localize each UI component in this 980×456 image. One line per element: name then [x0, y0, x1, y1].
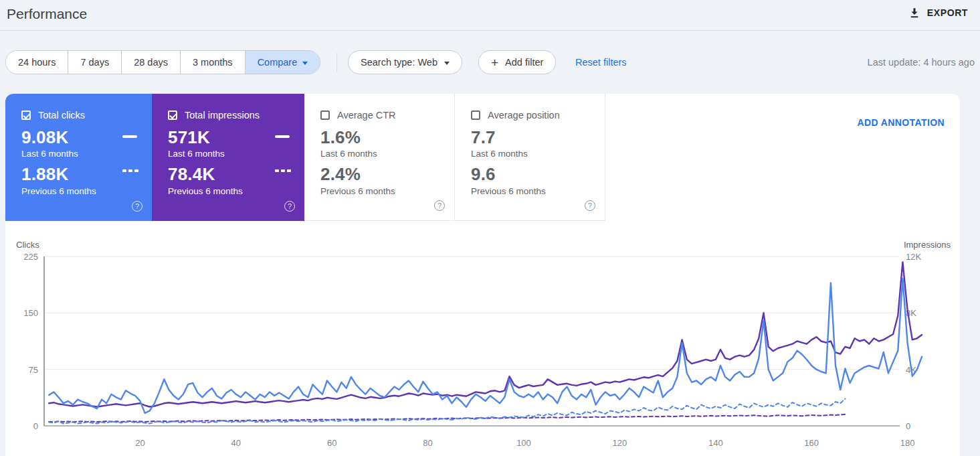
average-ctr-card[interactable]: Average CTR 1.6% Last 6 months 2.4% Prev… [304, 94, 455, 221]
performance-chart[interactable]: 00754K1508K22512K20406080100120140160180… [0, 234, 980, 456]
right-axis-title: Impressions [904, 240, 951, 250]
help-icon[interactable]: ? [585, 200, 595, 211]
x-axis-tick: 40 [231, 438, 241, 448]
checkbox-unchecked-icon[interactable] [471, 110, 480, 120]
solid-line-legend-icon [122, 135, 137, 138]
x-axis-tick: 60 [327, 438, 336, 448]
x-axis-tick: 140 [708, 438, 723, 448]
metric-period-previous: Previous 6 months [471, 186, 594, 196]
metric-label: Total impressions [185, 110, 260, 121]
metric-value-current: 571K [168, 129, 294, 147]
help-icon[interactable]: ? [434, 200, 445, 211]
date-range-segmented-control: 24 hours 7 days 28 days 3 months Compare [5, 50, 320, 74]
left-axis-title: Clicks [16, 240, 39, 250]
chevron-down-icon [444, 62, 450, 65]
chevron-down-icon [302, 62, 308, 65]
total-impressions-card[interactable]: Total impressions 571K Last 6 months 78.… [152, 94, 304, 221]
export-label: EXPORT [927, 7, 968, 18]
metric-period-current: Last 6 months [21, 149, 141, 159]
x-axis-tick: 100 [516, 438, 531, 448]
dashed-line-legend-icon [275, 169, 291, 172]
x-axis-tick: 20 [135, 438, 144, 448]
add-annotation-button[interactable]: ADD ANNOTATION [857, 117, 945, 128]
left-axis-tick: 0 [33, 421, 38, 431]
compare-tab[interactable]: Compare [246, 51, 320, 74]
last-update-text: Last update: 4 hours ago [868, 50, 975, 74]
dashed-line-legend-icon [122, 169, 138, 172]
impressions-previous-6-months-line[interactable] [49, 414, 845, 422]
solid-line-legend-icon [275, 135, 290, 138]
impressions-last-6-months-line[interactable] [49, 262, 922, 406]
checkbox-checked-icon[interactable] [168, 110, 177, 120]
metric-value-current: 9.08K [21, 129, 141, 147]
right-axis-tick: 12K [906, 252, 921, 262]
x-axis-tick: 160 [804, 438, 819, 448]
metric-period-current: Last 6 months [471, 149, 594, 159]
metric-value-current: 7.7 [471, 129, 594, 147]
page-title: Performance [7, 6, 87, 22]
reset-filters-link[interactable]: Reset filters [575, 50, 627, 74]
header-divider [0, 30, 980, 31]
range-tab-24-hours[interactable]: 24 hours [6, 51, 68, 74]
x-axis-tick: 180 [900, 438, 915, 448]
metric-period-current: Last 6 months [320, 149, 444, 159]
plus-icon: + [491, 56, 498, 69]
range-tab-28-days[interactable]: 28 days [122, 51, 181, 74]
checkbox-unchecked-icon[interactable] [320, 110, 330, 120]
search-console-performance-page: Performance EXPORT 24 hours 7 days 28 da… [0, 0, 980, 456]
download-icon [908, 7, 920, 19]
help-icon[interactable]: ? [284, 201, 295, 212]
metric-label: Total clicks [38, 110, 85, 121]
left-axis-tick: 75 [29, 365, 38, 375]
x-axis-tick: 80 [423, 438, 432, 448]
left-axis-tick: 150 [23, 308, 38, 318]
metric-value-previous: 78.4K [168, 165, 294, 183]
metric-value-previous: 2.4% [320, 165, 444, 183]
add-filter-button[interactable]: + Add filter [478, 50, 556, 74]
metric-period-previous: Previous 6 months [320, 186, 444, 196]
help-icon[interactable]: ? [132, 201, 142, 212]
range-tab-7-days[interactable]: 7 days [68, 51, 122, 74]
total-clicks-card[interactable]: Total clicks 9.08K Last 6 months 1.88K P… [5, 94, 152, 221]
range-tab-3-months[interactable]: 3 months [181, 51, 246, 74]
metric-value-previous: 9.6 [471, 165, 594, 183]
average-position-card[interactable]: Average position 7.7 Last 6 months 9.6 P… [455, 94, 605, 221]
right-axis-tick: 0 [906, 421, 910, 431]
metric-cards-row: Total clicks 9.08K Last 6 months 1.88K P… [5, 94, 605, 221]
x-axis-tick: 120 [613, 438, 627, 448]
metric-value-current: 1.6% [320, 129, 444, 147]
metric-label: Average CTR [337, 110, 396, 121]
filterbar-divider [336, 53, 337, 72]
metric-value-previous: 1.88K [21, 165, 141, 183]
metric-period-current: Last 6 months [168, 149, 294, 159]
metric-label: Average position [488, 110, 560, 121]
checkbox-checked-icon[interactable] [21, 110, 31, 120]
metric-period-previous: Previous 6 months [168, 186, 294, 196]
search-type-dropdown[interactable]: Search type: Web [348, 50, 462, 74]
export-button[interactable]: EXPORT [908, 7, 968, 19]
metric-period-previous: Previous 6 months [21, 186, 141, 196]
left-axis-tick: 225 [23, 252, 38, 262]
